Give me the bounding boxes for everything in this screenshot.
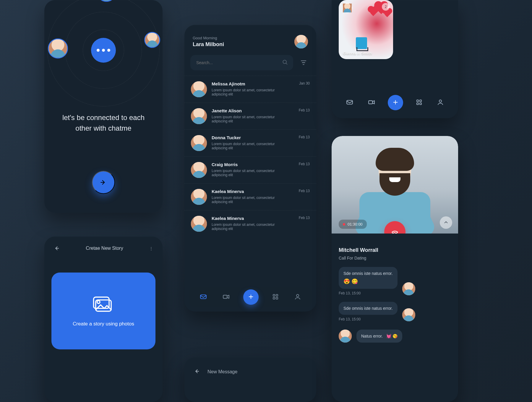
message-time: Feb 13, 15:00	[339, 317, 398, 321]
chevron-up-icon	[443, 220, 449, 226]
video-icon	[222, 293, 230, 302]
avatar	[342, 3, 352, 13]
tab-messages[interactable]	[344, 98, 355, 107]
tab-apps[interactable]	[270, 293, 281, 302]
avatar	[402, 282, 415, 295]
message-preview: Lorem ipsum dolor sit amet, consectetur …	[212, 169, 280, 177]
tab-bar	[338, 92, 452, 113]
list-item[interactable]: Janette Alison Lorem ipsum dolor sit ame…	[184, 103, 316, 130]
phone-icon	[391, 227, 399, 234]
search-field[interactable]	[196, 60, 282, 65]
list-item[interactable]: Melissa Ajinotm Lorem ipsum dolor sit am…	[184, 76, 316, 103]
collapse-button[interactable]	[440, 216, 452, 229]
tab-video[interactable]	[366, 98, 377, 107]
list-item[interactable]: Kaelea Minerva Lorem ipsum dolor sit ame…	[184, 210, 316, 237]
contact-name: Kaelea Minerva	[212, 189, 280, 194]
radar-graphic	[44, 0, 163, 112]
continue-button[interactable]	[92, 171, 115, 194]
draft-text: Natus error.	[361, 334, 383, 338]
timestamp: Jan 30	[299, 81, 310, 85]
svg-rect-11	[273, 294, 275, 296]
onboarding-screen: let's be connected to each other with ch…	[44, 0, 163, 213]
contact-name: Kaelea Minerva	[212, 216, 280, 221]
avatar[interactable]	[294, 35, 308, 48]
avatar	[402, 308, 415, 321]
message-text: Sde omnis iste natus error.	[343, 271, 393, 276]
call-subtitle: Call For Dating	[339, 256, 451, 260]
contact-name: Janette Alison	[212, 108, 280, 113]
svg-rect-13	[273, 297, 275, 299]
tab-profile[interactable]	[292, 293, 303, 302]
message-preview: Lorem ipsum dolor sit amet, consectetur …	[212, 223, 280, 231]
message-preview: Lorem ipsum dolor sit amet, consectetur …	[212, 196, 280, 204]
svg-rect-22	[420, 100, 421, 102]
search-input[interactable]	[190, 55, 293, 70]
chat-message: Sde omnis iste natus error. Feb 13, 15:0…	[339, 302, 451, 321]
call-timer: 01:30:00	[339, 220, 367, 229]
svg-rect-8	[223, 295, 227, 298]
svg-point-25	[439, 100, 442, 102]
timestamp: Feb 13	[299, 216, 310, 220]
call-video: 01:30:00	[332, 136, 458, 234]
create-story-photos-tile[interactable]: Create a story using photos	[51, 273, 155, 349]
back-button[interactable]	[51, 245, 61, 252]
more-button[interactable]: ⋮	[147, 246, 155, 251]
message-preview: Lorem ipsum dolor sit amet, consectetur …	[212, 142, 280, 150]
svg-rect-7	[200, 295, 206, 299]
tab-add[interactable]	[388, 95, 403, 110]
contact-name: Melissa Ajinotm	[212, 81, 280, 86]
back-button[interactable]	[192, 368, 202, 376]
user-icon	[437, 102, 444, 107]
list-item[interactable]: Kaelea Minerva Lorem ipsum dolor sit ame…	[184, 184, 316, 210]
svg-rect-14	[276, 297, 278, 299]
tab-apps[interactable]	[414, 98, 424, 107]
tab-video[interactable]	[220, 293, 232, 302]
conversation-list: Melissa Ajinotm Lorem ipsum dolor sit am…	[184, 76, 316, 237]
message-preview: Lorem ipsum dolor sit amet, consectetur …	[212, 88, 280, 96]
filter-button[interactable]	[297, 55, 310, 70]
create-story-screen: Cretae New Story ⋮ Create a story using …	[44, 236, 163, 402]
avatar	[144, 32, 160, 48]
avatar	[191, 108, 207, 124]
contact-name: Donna Tucker	[212, 135, 280, 140]
user-name: Lara Milboni	[193, 41, 224, 48]
avatar	[191, 162, 207, 178]
contact-name: Craig Morris	[212, 162, 280, 167]
greeting-label: Good Morning	[193, 36, 224, 40]
screen-title: Cretae New Story	[61, 246, 147, 251]
message-preview: Lorem ipsum dolor sit amet, consectetur …	[212, 115, 280, 123]
tab-messages[interactable]	[198, 293, 209, 302]
list-item[interactable]: Donna Tucker Lorem ipsum dolor sit amet,…	[184, 130, 316, 157]
avatar	[191, 135, 207, 151]
search-icon	[282, 59, 288, 66]
record-indicator-icon	[343, 223, 345, 226]
tab-bar	[189, 287, 312, 307]
list-item[interactable]: Craig Morris Lorem ipsum dolor sit amet,…	[184, 157, 316, 184]
timestamp: Feb 13	[299, 135, 310, 139]
message-input[interactable]: Natus error. 💓 😘	[356, 330, 402, 343]
caller-image	[353, 148, 436, 234]
inbox-screen: Good Morning Lara Milboni Melissa Ajinot…	[184, 25, 316, 312]
video-icon	[368, 103, 375, 107]
timer-value: 01:30:00	[348, 222, 363, 226]
onboarding-tagline: let's be connected to each other with ch…	[44, 112, 163, 134]
envelope-icon	[346, 103, 353, 107]
story-card[interactable]: 2 Glenna J. Smith	[339, 0, 393, 59]
new-message-screen: New Message	[184, 357, 316, 402]
draft-emoji: 💓 😘	[386, 334, 398, 338]
grid-icon	[416, 102, 423, 107]
story-caption: Glenna J. Smith	[343, 51, 372, 56]
svg-rect-24	[420, 103, 421, 105]
call-chat-screen: 01:30:00 Mitchell Worrall Call For Datin…	[332, 136, 458, 402]
feed-top-screen: 2 Glenna J. Smith	[332, 0, 458, 118]
plus-icon	[248, 294, 254, 301]
tab-add[interactable]	[243, 289, 259, 305]
timestamp: Feb 13	[299, 108, 310, 112]
svg-rect-12	[276, 294, 278, 296]
caller-name: Mitchell Worrall	[339, 247, 451, 253]
tab-profile[interactable]	[435, 98, 446, 107]
avatar	[339, 330, 352, 343]
plus-icon	[392, 99, 399, 106]
svg-rect-23	[417, 103, 419, 105]
timestamp: Feb 13	[299, 189, 310, 193]
